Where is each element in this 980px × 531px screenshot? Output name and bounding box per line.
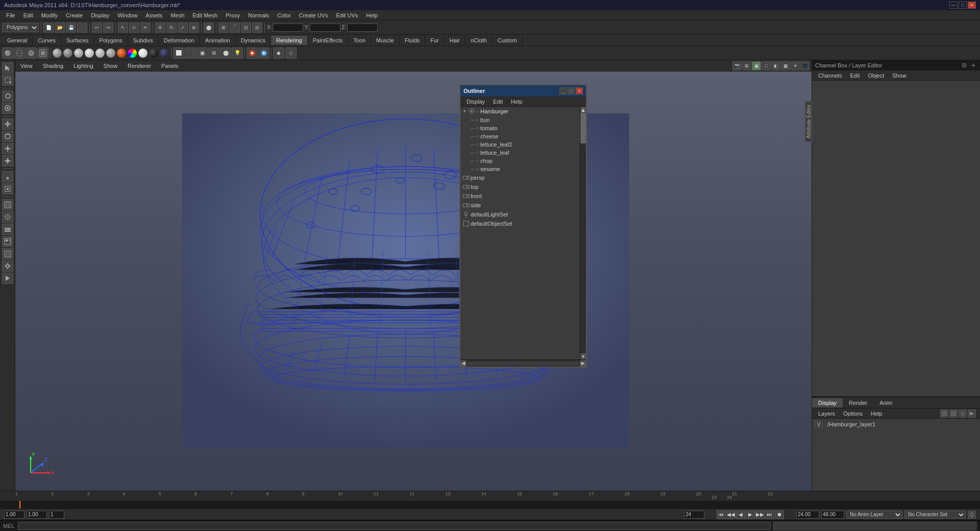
cb-tab-object[interactable]: Object (864, 71, 888, 80)
toolbar-icon-4[interactable] (37, 47, 48, 59)
outliner-minimize-btn[interactable]: _ (559, 87, 567, 94)
tab-dynamics[interactable]: Dynamics (236, 36, 271, 45)
vp-menu-view[interactable]: View (17, 62, 36, 70)
layer-manager-toggle[interactable] (2, 224, 13, 235)
move-tool[interactable] (2, 118, 13, 130)
paint-select-tool[interactable] (2, 103, 13, 114)
br-subtab-options[interactable]: Options (839, 409, 867, 418)
tab-painteffects[interactable]: PaintEffects (308, 36, 349, 45)
bottom-right-settings-btn[interactable] (968, 511, 976, 519)
vp-texture-icon[interactable]: ▦ (781, 61, 790, 70)
br-subtab-help[interactable]: Help (867, 409, 887, 418)
paint-select-btn[interactable]: ✏ (140, 22, 151, 33)
outliner-item-tomato[interactable]: — o tomato (460, 124, 580, 132)
snap-grid-btn[interactable]: ⊞ (218, 22, 229, 33)
region-select-tool[interactable] (2, 75, 13, 86)
go-to-start-btn[interactable]: ⏮ (717, 510, 726, 519)
menu-assets[interactable]: Assets (141, 11, 166, 19)
end-frame-input[interactable] (684, 511, 704, 519)
layer-anim-icon[interactable] (968, 409, 976, 418)
textured-btn[interactable]: ⊞ (208, 47, 219, 59)
menu-create[interactable]: Create (62, 11, 87, 19)
layer-settings-icon[interactable] (959, 409, 967, 418)
go-to-end-btn[interactable]: ⏭ (765, 510, 774, 519)
show-manipulator-tool[interactable] (2, 183, 13, 195)
tab-fluids[interactable]: Fluids (400, 36, 425, 45)
outliner-hscroll-right[interactable]: ▶ (580, 360, 586, 367)
sphere-orange[interactable] (117, 49, 126, 58)
tab-hair[interactable]: Hair (445, 36, 465, 45)
outliner-item-side[interactable]: side (460, 201, 580, 210)
tab-deformation[interactable]: Deformation (159, 36, 200, 45)
outliner-menu-display[interactable]: Display (462, 98, 489, 106)
vp-res-icon[interactable]: □ (762, 61, 771, 70)
sphere-mid3[interactable] (95, 49, 105, 58)
outliner-scroll-down[interactable]: ▼ (580, 353, 586, 359)
vp-menu-panels[interactable]: Panels (158, 62, 182, 70)
vp-menu-lighting[interactable]: Lighting (70, 62, 96, 70)
menu-edituvs[interactable]: Edit UVs (332, 11, 362, 19)
menu-modify[interactable]: Modify (37, 11, 62, 19)
mode-selector[interactable]: Polygons (2, 23, 39, 32)
br-subtab-layers[interactable]: Layers (814, 409, 839, 418)
scale-tool-btn[interactable]: ⤢ (178, 22, 188, 33)
tab-polygons[interactable]: Polygons (94, 36, 128, 45)
lasso-select-btn[interactable]: ⊂ (129, 22, 139, 33)
open-file-btn[interactable]: 📂 (55, 22, 65, 33)
sphere-outline[interactable] (63, 49, 72, 58)
outliner-hscroll-left[interactable]: ◀ (460, 360, 467, 367)
toolbar-icon-3[interactable] (26, 47, 37, 59)
tab-rendering[interactable]: Rendering (271, 36, 308, 45)
tab-subdivs[interactable]: Subdivs (128, 36, 159, 45)
save-incremental-btn[interactable]: ⬛ (77, 22, 87, 33)
redo-btn[interactable]: ↪ (103, 22, 113, 33)
3d-viewport[interactable]: Z X Y (15, 71, 812, 491)
vp-shading-icon[interactable]: ◐ (771, 61, 780, 70)
menu-color[interactable]: Color (273, 11, 295, 19)
toolbar-icon-1[interactable] (2, 47, 13, 59)
playback-start-input[interactable] (796, 511, 819, 519)
outliner-hscroll-track[interactable] (468, 361, 579, 366)
outliner-item-cheese[interactable]: — o cheese (460, 132, 580, 140)
light-btn[interactable]: 💡 (232, 47, 243, 59)
outliner-item-lettuce-leaf2[interactable]: — o lettuce_leaf2 (460, 140, 580, 149)
uv-display-toggle[interactable] (2, 211, 13, 223)
tab-muscle[interactable]: Muscle (371, 36, 400, 45)
menu-display[interactable]: Display (87, 11, 113, 19)
select-tool[interactable] (2, 62, 13, 74)
vp-active-icon[interactable]: ▣ (752, 61, 761, 70)
toolbar-icon-2[interactable] (14, 47, 25, 59)
tab-fur[interactable]: Fur (425, 36, 445, 45)
channel-box-toggle[interactable] (2, 236, 13, 247)
br-tab-render[interactable]: Render (843, 398, 873, 407)
render-btn[interactable] (247, 47, 258, 59)
br-tab-display[interactable]: Display (812, 398, 843, 407)
new-layer-icon[interactable] (940, 409, 948, 418)
key-btn[interactable]: ◆ (273, 47, 284, 59)
outliner-menu-edit[interactable]: Edit (489, 98, 507, 106)
universal-tool-btn[interactable]: ⊕ (189, 22, 199, 33)
outliner-item-persp[interactable]: persp (460, 173, 580, 182)
tab-custom[interactable]: Custom (493, 36, 523, 45)
sphere-mid[interactable] (74, 49, 83, 58)
menu-file[interactable]: File (2, 11, 19, 19)
soft-modification-tool[interactable] (2, 171, 13, 182)
rotate-tool-btn[interactable]: ↻ (166, 22, 177, 33)
channel-box-resize-icon[interactable] (970, 62, 977, 69)
step-back-btn[interactable]: ◀ (736, 510, 745, 519)
anim-layer-dropdown[interactable]: No Anim Layer (846, 511, 902, 519)
solid-btn[interactable]: ⬛ (185, 47, 196, 59)
tab-general[interactable]: General (2, 36, 33, 45)
menu-mesh[interactable]: Mesh (166, 11, 188, 19)
ipr-btn[interactable] (258, 47, 270, 59)
step-forward-btn[interactable]: ▶▶ (755, 510, 765, 519)
cb-tab-show[interactable]: Show (888, 71, 911, 80)
outliner-close-btn[interactable]: ✕ (576, 87, 583, 94)
outliner-item-lightset[interactable]: defaultLightSet (460, 210, 580, 219)
breakdown-btn[interactable]: ◇ (285, 47, 297, 59)
undo-btn[interactable]: ↩ (92, 22, 102, 33)
prev-key-btn[interactable]: ◀◀ (726, 510, 736, 519)
z-field[interactable] (347, 23, 378, 32)
tab-animation[interactable]: Animation (200, 36, 236, 45)
lasso-tool[interactable] (2, 90, 13, 102)
